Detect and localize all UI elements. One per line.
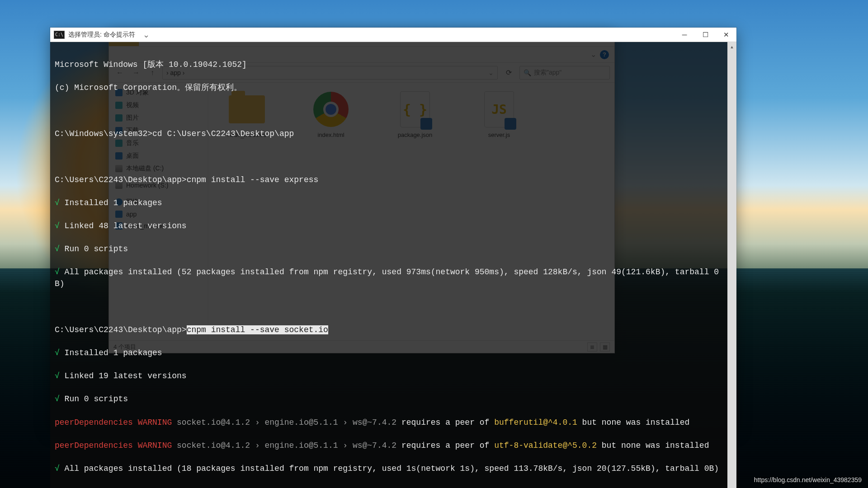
scroll-up-icon[interactable]: ▴ [727, 42, 736, 51]
terminal-line: √ Run 0 scripts [55, 394, 723, 405]
terminal-newtab-button[interactable]: ⌄ [142, 30, 151, 40]
terminal-line: √ All packages installed (52 packages in… [55, 267, 723, 290]
terminal-minimize-button[interactable]: ─ [674, 28, 695, 42]
terminal-line: √ Installed 1 packages [55, 197, 723, 209]
terminal-line: (c) Microsoft Corporation。保留所有权利。 [55, 82, 723, 94]
terminal-line: √ Linked 19 latest versions [55, 371, 723, 382]
terminal-close-button[interactable]: ✕ [716, 28, 736, 42]
terminal-line [55, 105, 723, 117]
terminal-line [55, 301, 723, 313]
terminal-scrollbar[interactable]: ▴ ▾ [727, 42, 736, 488]
terminal-line: C:\Users\C2243\Desktop\app>cnpm install … [55, 174, 723, 186]
terminal-line: √ Run 0 scripts [55, 244, 723, 255]
terminal-selection: cnpm install --save socket.io [187, 325, 328, 334]
terminal-title: 选择管理员: 命令提示符 [68, 31, 135, 39]
terminal-window[interactable]: C:\ 选择管理员: 命令提示符 ⌄ ─ ☐ ✕ Microsoft Windo… [50, 27, 737, 428]
terminal-output[interactable]: Microsoft Windows [版本 10.0.19042.1052] (… [50, 42, 727, 488]
terminal-line: peerDependencies WARNING socket.io@4.1.2… [55, 440, 723, 452]
terminal-line: C:\Users\C2243\Desktop\app>cnpm install … [55, 324, 723, 336]
terminal-line: √ All packages installed (18 packages in… [55, 463, 723, 475]
desktop-wallpaper: 管理 C:\Users\C2243\Desktop\app ─ ☐ ✕ ⌄ ? … [0, 0, 868, 488]
terminal-line [55, 486, 723, 488]
watermark: https://blog.csdn.net/weixin_43982359 [754, 476, 862, 483]
terminal-body[interactable]: Microsoft Windows [版本 10.0.19042.1052] (… [50, 42, 736, 488]
cmd-icon: C:\ [54, 31, 65, 39]
terminal-line: √ Installed 1 packages [55, 347, 723, 359]
terminal-maximize-button[interactable]: ☐ [695, 28, 716, 42]
terminal-titlebar[interactable]: C:\ 选择管理员: 命令提示符 ⌄ ─ ☐ ✕ [50, 28, 736, 42]
terminal-line: Microsoft Windows [版本 10.0.19042.1052] [55, 59, 723, 71]
terminal-line: √ Linked 48 latest versions [55, 221, 723, 232]
terminal-line: peerDependencies WARNING socket.io@4.1.2… [55, 417, 723, 429]
terminal-line [55, 151, 723, 163]
terminal-line: C:\Windows\system32>cd C:\Users\C2243\De… [55, 128, 723, 140]
